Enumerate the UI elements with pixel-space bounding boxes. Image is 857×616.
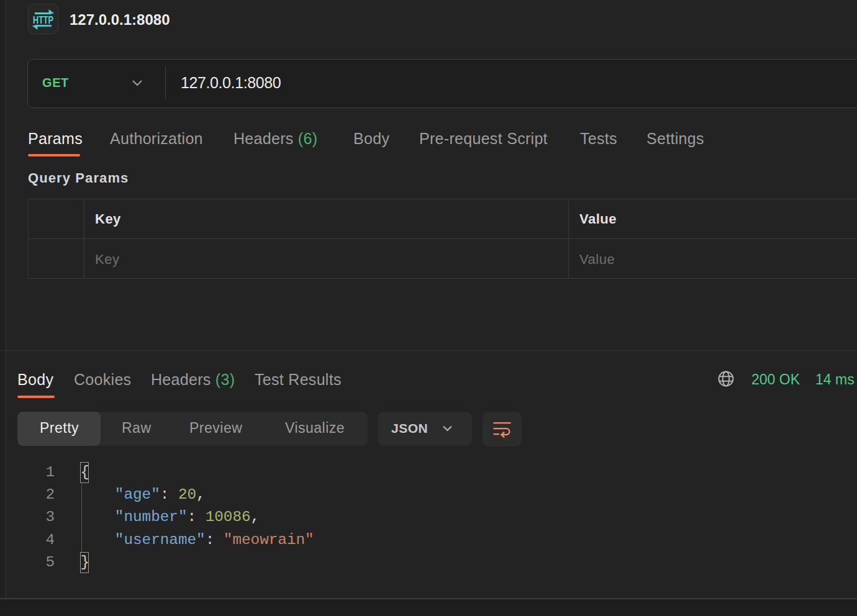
svg-text:HTTP: HTTP: [33, 14, 53, 26]
